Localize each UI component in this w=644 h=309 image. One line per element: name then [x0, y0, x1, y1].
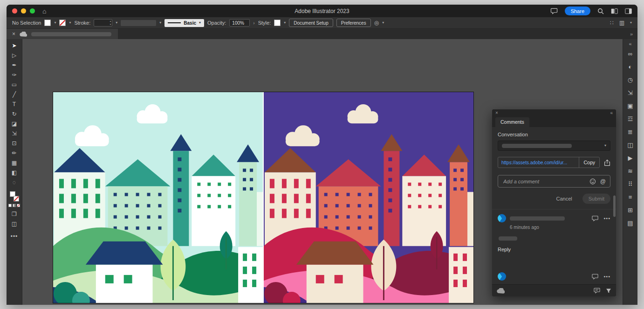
more-options-icon[interactable]: ••• [603, 274, 610, 279]
select-similar-icon[interactable]: ◎ [374, 20, 379, 26]
opacity-chevron-icon[interactable] [253, 20, 254, 26]
shape-builder-tool[interactable]: ⊡ [7, 138, 22, 148]
asset-export-icon[interactable]: ◫ [627, 141, 633, 149]
stroke-weight-chevron-icon[interactable] [116, 21, 117, 25]
search-icon[interactable] [597, 8, 604, 14]
pattern-icon[interactable]: ⠿ [628, 180, 633, 188]
stroke-style-dropdown[interactable]: Basic [164, 19, 204, 27]
comment-thread: ••• 6 minutes ago Reply [492, 209, 616, 284]
window-title: Adobe Illustrator 2023 [7, 8, 637, 14]
home-icon[interactable]: ⌂ [42, 8, 46, 14]
type-tool[interactable]: T [7, 99, 22, 109]
select-similar-chevron-icon[interactable] [382, 21, 384, 25]
zoom-tool[interactable]: ◌ [7, 177, 22, 187]
comment-input[interactable] [502, 178, 585, 185]
style-chip[interactable] [274, 20, 281, 26]
share-button[interactable]: Share [565, 7, 590, 15]
titlebar-actions: Share [550, 7, 632, 15]
arrange-documents-grid-icon[interactable]: ∷ [610, 20, 614, 26]
pen-tool[interactable]: ✒ [7, 60, 22, 70]
preferences-button[interactable]: Preferences [336, 19, 371, 27]
opacity-input[interactable]: 100% [229, 19, 250, 27]
brush-definition-field[interactable] [121, 20, 156, 26]
document-setup-button[interactable]: Document Setup [289, 19, 333, 27]
workspace-chevron-icon[interactable] [630, 21, 632, 25]
screen-mode-icon[interactable]: ◫ [7, 219, 22, 228]
gradient-tool[interactable]: ◧ [7, 168, 22, 177]
mesh-tool[interactable]: ▦ [7, 158, 22, 168]
expand-panels-icon[interactable]: « [629, 41, 631, 47]
comment-list-icon[interactable] [594, 288, 600, 294]
fill-color-chip[interactable] [44, 20, 51, 26]
draw-mode-icon[interactable]: ❐ [7, 209, 22, 219]
tab-comments[interactable]: Comments [495, 117, 529, 127]
reply-bubble-icon[interactable] [592, 215, 598, 222]
stroke-weight-stepper[interactable] [94, 19, 112, 27]
fill-stroke-swatches[interactable] [9, 191, 20, 202]
fill-chevron-icon[interactable] [54, 21, 56, 25]
arrange-documents-icon[interactable] [611, 8, 618, 14]
close-panel-icon[interactable]: × [495, 111, 498, 115]
close-tab-icon[interactable]: × [12, 31, 15, 37]
artboard[interactable] [53, 92, 474, 303]
gradient-mode-icon[interactable] [13, 204, 16, 207]
scale-tool[interactable]: ⇲ [7, 128, 22, 138]
comments-panel-body: Conversation https://assets.adobe.com/id… [492, 127, 616, 284]
copy-link-button[interactable]: Copy [579, 157, 599, 168]
more-options-icon[interactable]: ••• [603, 215, 610, 221]
comments-panel-header[interactable]: × « [492, 109, 616, 116]
brush-chevron-icon[interactable] [159, 21, 161, 25]
rotate-tool[interactable]: ↻ [7, 109, 22, 119]
share-link-url[interactable]: https://assets.adobe.com/id/ur... [498, 157, 579, 168]
gradient-panel-icon[interactable]: ◐ [629, 62, 632, 71]
pencil-tool[interactable]: ✏ [7, 148, 22, 158]
actions-icon[interactable]: ▶ [628, 154, 632, 162]
collapse-panel-icon[interactable]: « [610, 111, 613, 115]
comments-toggle-icon[interactable] [550, 8, 558, 14]
selection-tool[interactable]: ➤ [7, 40, 22, 50]
workspace-layout-icon[interactable] [625, 8, 632, 14]
layers-icon[interactable]: ≣ [628, 128, 633, 136]
artboards-icon[interactable]: ▣ [627, 101, 633, 110]
style-chevron-icon[interactable] [284, 21, 286, 25]
reply-bubble-icon[interactable] [592, 274, 598, 280]
conversation-dropdown[interactable] [498, 141, 610, 151]
properties-icon[interactable]: ☲ [628, 114, 633, 123]
reply-link[interactable]: Reply [498, 247, 610, 252]
share-export-icon[interactable] [604, 159, 610, 166]
canvas[interactable]: × « Comments Conversation [22, 39, 623, 305]
hidden-tabs-icon[interactable]: » [625, 29, 637, 39]
fullscreen-window-button[interactable] [30, 8, 35, 13]
close-window-button[interactable] [12, 8, 17, 13]
share-link-box: https://assets.adobe.com/id/ur... Copy [498, 157, 600, 168]
cancel-button[interactable]: Cancel [554, 195, 575, 202]
stroke-chevron-icon[interactable] [69, 21, 71, 25]
line-segment-tool[interactable]: ╱ [7, 89, 22, 99]
eraser-tool[interactable]: ◪ [7, 119, 22, 128]
export-icon[interactable]: ⇲ [628, 88, 633, 97]
libraries-icon[interactable]: ⊞ [628, 206, 633, 215]
edit-toolbar-icon[interactable]: ••• [11, 233, 18, 240]
history-icon[interactable]: ◷ [628, 75, 633, 84]
direct-selection-tool[interactable]: ▷ [7, 50, 22, 60]
link-icon[interactable]: ∞ [628, 49, 632, 58]
rectangle-tool[interactable]: ▭ [7, 80, 22, 89]
swatches-icon[interactable]: ▤ [627, 219, 633, 228]
appearance-icon[interactable]: ≋ [628, 167, 633, 175]
align-icon[interactable]: ≡ [629, 193, 632, 202]
right-rail: « ∞◐◷⇲▣☲≣◫▶≋⠿≡⊞▤ [623, 39, 637, 305]
stroke-swatch[interactable] [14, 196, 19, 202]
filter-icon[interactable] [606, 288, 611, 294]
none-mode-icon[interactable] [17, 204, 20, 207]
document-tab[interactable]: × [7, 29, 118, 39]
color-mode-icon[interactable] [8, 204, 12, 207]
conversation-chevron-icon [604, 144, 606, 148]
workspace-switcher-icon[interactable]: ▥ [619, 20, 624, 26]
panel-scrollbar[interactable] [613, 195, 616, 217]
stroke-color-chip[interactable] [59, 20, 66, 26]
curvature-tool[interactable]: ✑ [7, 70, 22, 80]
submit-button[interactable]: Submit [582, 194, 610, 204]
mention-icon[interactable]: @ [600, 178, 606, 185]
minimize-window-button[interactable] [21, 8, 26, 13]
emoji-icon[interactable] [589, 178, 596, 185]
